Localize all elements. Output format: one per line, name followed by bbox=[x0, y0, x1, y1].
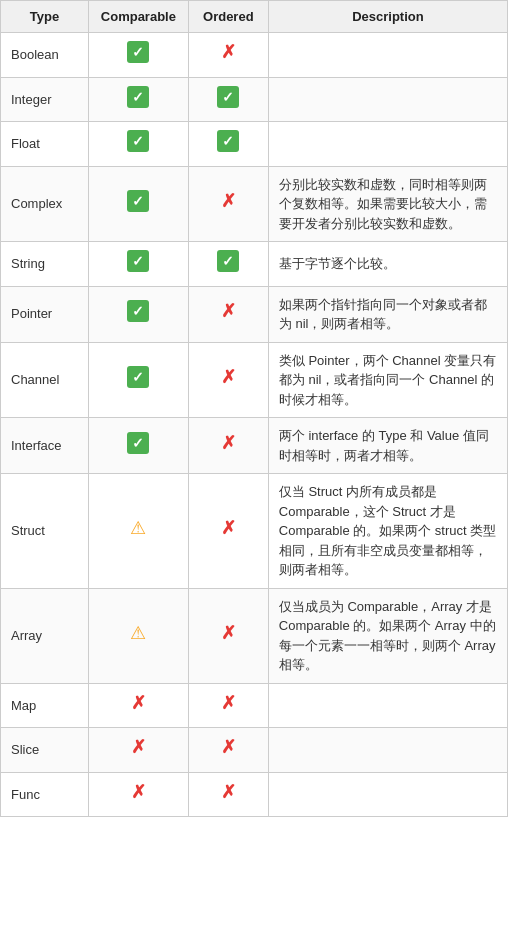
check-icon bbox=[127, 432, 149, 454]
header-type: Type bbox=[1, 1, 89, 33]
ordered-cell bbox=[188, 683, 268, 728]
description-cell bbox=[268, 728, 507, 773]
cross-icon bbox=[217, 41, 239, 63]
table-row: Integer bbox=[1, 77, 508, 122]
cross-icon bbox=[217, 736, 239, 758]
ordered-cell bbox=[188, 122, 268, 167]
description-cell: 分别比较实数和虚数，同时相等则两个复数相等。如果需要比较大小，需要开发者分别比较… bbox=[268, 166, 507, 242]
check-icon bbox=[127, 300, 149, 322]
check-icon bbox=[127, 130, 149, 152]
comparable-cell bbox=[88, 474, 188, 589]
check-icon bbox=[127, 86, 149, 108]
description-cell: 仅当 Struct 内所有成员都是 Comparable，这个 Struct 才… bbox=[268, 474, 507, 589]
cross-icon bbox=[217, 781, 239, 803]
check-icon bbox=[217, 86, 239, 108]
type-cell: Boolean bbox=[1, 33, 89, 78]
type-cell: Integer bbox=[1, 77, 89, 122]
table-row: String基于字节逐个比较。 bbox=[1, 242, 508, 287]
check-icon bbox=[127, 366, 149, 388]
header-description: Description bbox=[268, 1, 507, 33]
type-cell: String bbox=[1, 242, 89, 287]
comparable-cell bbox=[88, 588, 188, 683]
comparable-cell bbox=[88, 286, 188, 342]
type-cell: Array bbox=[1, 588, 89, 683]
description-cell bbox=[268, 772, 507, 817]
type-cell: Float bbox=[1, 122, 89, 167]
comparable-cell bbox=[88, 122, 188, 167]
check-icon bbox=[217, 250, 239, 272]
table-row: Float bbox=[1, 122, 508, 167]
cross-icon bbox=[127, 781, 149, 803]
description-cell bbox=[268, 683, 507, 728]
ordered-cell bbox=[188, 418, 268, 474]
cross-icon bbox=[217, 300, 239, 322]
type-cell: Complex bbox=[1, 166, 89, 242]
header-ordered: Ordered bbox=[188, 1, 268, 33]
comparable-cell bbox=[88, 418, 188, 474]
comparable-cell bbox=[88, 683, 188, 728]
ordered-cell bbox=[188, 728, 268, 773]
type-cell: Func bbox=[1, 772, 89, 817]
description-cell: 两个 interface 的 Type 和 Value 值同时相等时，两者才相等… bbox=[268, 418, 507, 474]
type-cell: Slice bbox=[1, 728, 89, 773]
description-cell: 类似 Pointer，两个 Channel 变量只有都为 nil，或者指向同一个… bbox=[268, 342, 507, 418]
description-cell: 仅当成员为 Comparable，Array 才是 Comparable 的。如… bbox=[268, 588, 507, 683]
table-row: Slice bbox=[1, 728, 508, 773]
description-cell: 如果两个指针指向同一个对象或者都为 nil，则两者相等。 bbox=[268, 286, 507, 342]
header-comparable: Comparable bbox=[88, 1, 188, 33]
ordered-cell bbox=[188, 286, 268, 342]
comparable-cell bbox=[88, 33, 188, 78]
comparison-table: Type Comparable Ordered Description Bool… bbox=[0, 0, 508, 817]
check-icon bbox=[127, 41, 149, 63]
ordered-cell bbox=[188, 77, 268, 122]
cross-icon bbox=[217, 432, 239, 454]
table-row: Array仅当成员为 Comparable，Array 才是 Comparabl… bbox=[1, 588, 508, 683]
table-row: Pointer如果两个指针指向同一个对象或者都为 nil，则两者相等。 bbox=[1, 286, 508, 342]
type-cell: Interface bbox=[1, 418, 89, 474]
table-row: Func bbox=[1, 772, 508, 817]
cross-icon bbox=[127, 736, 149, 758]
warn-icon bbox=[127, 622, 149, 644]
ordered-cell bbox=[188, 474, 268, 589]
table-row: Interface两个 interface 的 Type 和 Value 值同时… bbox=[1, 418, 508, 474]
type-cell: Pointer bbox=[1, 286, 89, 342]
ordered-cell bbox=[188, 166, 268, 242]
description-cell bbox=[268, 77, 507, 122]
comparable-cell bbox=[88, 728, 188, 773]
description-cell: 基于字节逐个比较。 bbox=[268, 242, 507, 287]
check-icon bbox=[127, 250, 149, 272]
cross-icon bbox=[217, 622, 239, 644]
ordered-cell bbox=[188, 33, 268, 78]
ordered-cell bbox=[188, 588, 268, 683]
description-cell bbox=[268, 122, 507, 167]
cross-icon bbox=[217, 517, 239, 539]
check-icon bbox=[217, 130, 239, 152]
cross-icon bbox=[217, 190, 239, 212]
ordered-cell bbox=[188, 772, 268, 817]
cross-icon bbox=[217, 692, 239, 714]
comparable-cell bbox=[88, 772, 188, 817]
comparable-cell bbox=[88, 77, 188, 122]
table-row: Complex分别比较实数和虚数，同时相等则两个复数相等。如果需要比较大小，需要… bbox=[1, 166, 508, 242]
comparable-cell bbox=[88, 166, 188, 242]
comparable-cell bbox=[88, 342, 188, 418]
table-row: Struct仅当 Struct 内所有成员都是 Comparable，这个 St… bbox=[1, 474, 508, 589]
type-cell: Channel bbox=[1, 342, 89, 418]
ordered-cell bbox=[188, 342, 268, 418]
table-row: Channel类似 Pointer，两个 Channel 变量只有都为 nil，… bbox=[1, 342, 508, 418]
type-cell: Struct bbox=[1, 474, 89, 589]
table-row: Map bbox=[1, 683, 508, 728]
comparable-cell bbox=[88, 242, 188, 287]
type-cell: Map bbox=[1, 683, 89, 728]
cross-icon bbox=[217, 366, 239, 388]
warn-icon bbox=[127, 517, 149, 539]
table-row: Boolean bbox=[1, 33, 508, 78]
cross-icon bbox=[127, 692, 149, 714]
check-icon bbox=[127, 190, 149, 212]
description-cell bbox=[268, 33, 507, 78]
ordered-cell bbox=[188, 242, 268, 287]
